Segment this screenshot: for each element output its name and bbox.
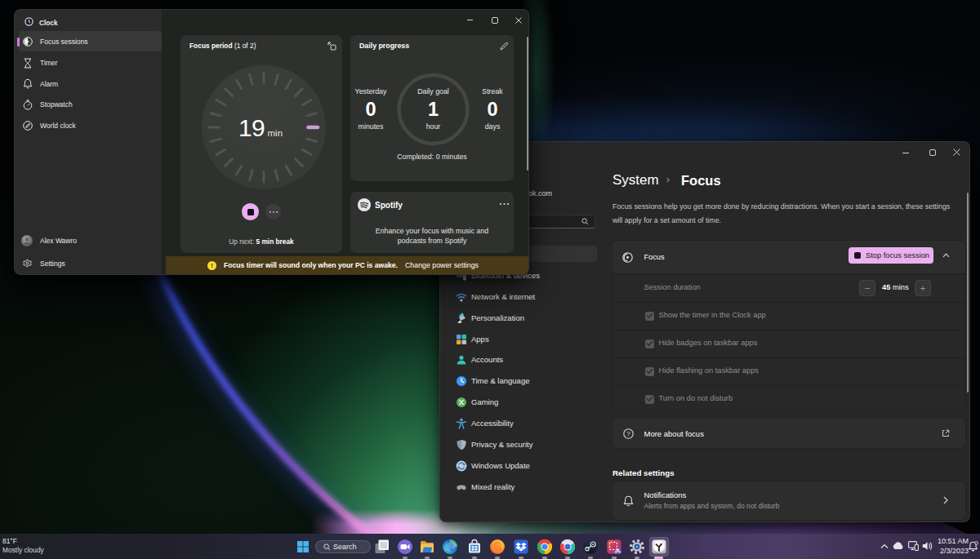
svg-text:?: ? [626,430,630,437]
